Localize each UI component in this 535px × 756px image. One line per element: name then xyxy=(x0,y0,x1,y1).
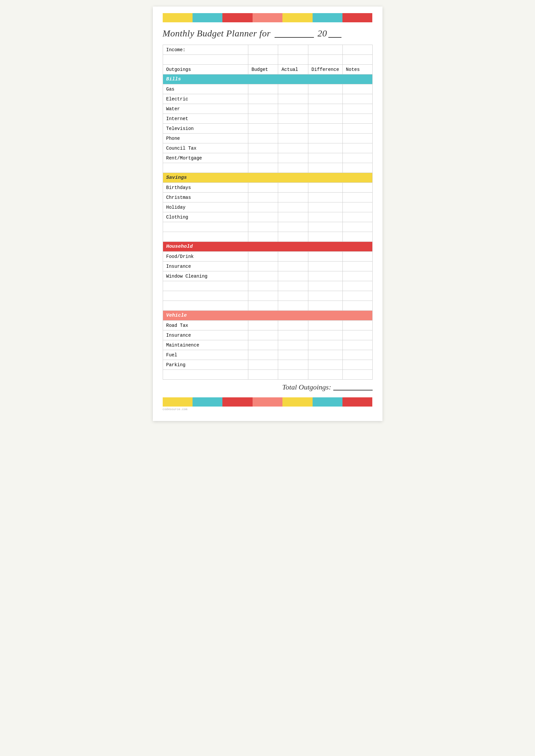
section-header-household: Household xyxy=(163,242,372,252)
table-row: Council Tax xyxy=(163,143,372,153)
total-outgoings-section: Total Outgoings: xyxy=(163,383,373,392)
swatch-red-2 xyxy=(343,13,372,22)
table-row: Water xyxy=(163,104,372,114)
swatch-red-1 xyxy=(222,13,252,22)
swatch-bottom-yellow-2 xyxy=(282,397,312,407)
income-diff xyxy=(308,45,343,55)
empty-row-household-3 xyxy=(163,301,372,311)
empty-row-vehicle xyxy=(163,370,372,380)
table-row: Insurance xyxy=(163,262,372,271)
swatch-pink-1 xyxy=(253,13,282,22)
swatch-bottom-red-1 xyxy=(222,397,252,407)
year-line xyxy=(328,37,342,38)
column-header-row: Outgoings Budget Actual Difference Notes xyxy=(163,65,372,74)
color-bar-top xyxy=(163,13,373,22)
empty-row-savings-2 xyxy=(163,232,372,242)
empty-row-household-1 xyxy=(163,281,372,291)
income-row: Income: xyxy=(163,45,372,55)
swatch-teal-2 xyxy=(313,13,343,22)
page: Monthly Budget Planner for 20 Income: Ou… xyxy=(153,7,382,421)
swatch-bottom-teal-1 xyxy=(192,397,222,407)
color-bar-bottom xyxy=(163,397,373,407)
table-row: Maintainence xyxy=(163,340,372,350)
income-notes xyxy=(343,45,372,55)
name-line xyxy=(274,37,314,38)
swatch-bottom-teal-2 xyxy=(313,397,343,407)
income-label: Income: xyxy=(163,45,248,55)
income-budget xyxy=(248,45,278,55)
empty-row-savings-1 xyxy=(163,222,372,232)
table-row: Clothing xyxy=(163,212,372,222)
table-row: Parking xyxy=(163,360,372,370)
table-row: Christmas xyxy=(163,192,372,202)
table-row: Phone xyxy=(163,133,372,143)
section-header-vehicle: Vehicle xyxy=(163,311,372,321)
empty-row-bills xyxy=(163,163,372,173)
table-row: Internet xyxy=(163,114,372,124)
col-header-difference: Difference xyxy=(308,65,343,74)
table-row: Road Tax xyxy=(163,321,372,331)
table-row: Food/Drink xyxy=(163,252,372,262)
income-actual xyxy=(278,45,308,55)
col-header-actual: Actual xyxy=(278,65,308,74)
table-row: Electric xyxy=(163,94,372,104)
swatch-bottom-pink-1 xyxy=(253,397,282,407)
page-title: Monthly Budget Planner for 20 xyxy=(163,28,373,39)
section-header-savings: Savings xyxy=(163,173,372,183)
table-row: Insurance xyxy=(163,331,372,340)
table-row: Television xyxy=(163,124,372,133)
table-row: Fuel xyxy=(163,350,372,360)
section-header-bills: Bills xyxy=(163,74,372,84)
swatch-bottom-yellow-1 xyxy=(163,397,192,407)
empty-row-after-income xyxy=(163,55,372,65)
empty-row-household-2 xyxy=(163,291,372,301)
col-header-budget: Budget xyxy=(248,65,278,74)
swatch-yellow-2 xyxy=(282,13,312,22)
total-line xyxy=(333,390,373,391)
swatch-bottom-red-2 xyxy=(343,397,372,407)
table-row: Gas xyxy=(163,84,372,94)
swatch-teal-1 xyxy=(192,13,222,22)
swatch-yellow-1 xyxy=(163,13,192,22)
budget-table: Income: Outgoings Budget Actual Differen… xyxy=(163,44,373,380)
table-row: Holiday xyxy=(163,202,372,212)
table-row: Birthdays xyxy=(163,183,372,192)
col-header-notes: Notes xyxy=(343,65,372,74)
total-outgoings-label: Total Outgoings: xyxy=(282,383,331,391)
table-row: Window Cleaning xyxy=(163,271,372,281)
col-header-outgoings: Outgoings xyxy=(163,65,248,74)
table-row: Rent/Mortgage xyxy=(163,153,372,163)
watermark: cod4source.com xyxy=(163,408,373,411)
